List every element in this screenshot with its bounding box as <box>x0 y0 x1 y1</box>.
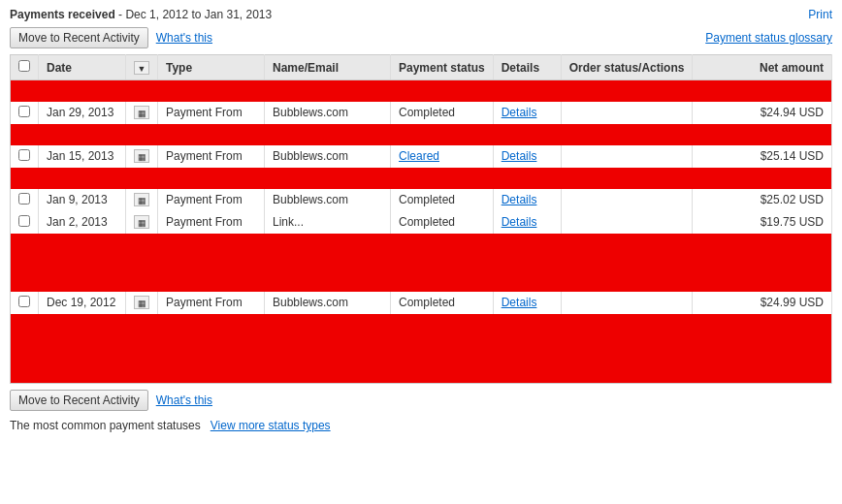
row-checkbox[interactable] <box>18 296 30 307</box>
status-cell: Completed <box>391 292 494 314</box>
date-cell: Jan 9, 2013 <box>39 189 126 211</box>
order-cell <box>561 211 693 234</box>
details-link[interactable]: Details <box>502 149 537 163</box>
table-row <box>11 168 832 189</box>
view-more-status-link[interactable]: View more status types <box>210 419 331 432</box>
date-column-header: Date <box>39 55 126 80</box>
date-range: - Dec 1, 2012 to Jan 31, 2013 <box>118 8 272 21</box>
row-icon[interactable]: ▦ <box>134 215 149 229</box>
row-icon-cell[interactable]: ▦ <box>126 102 158 124</box>
name-cell: Bubblews.com <box>265 102 391 124</box>
status-cell-cleared[interactable]: Cleared <box>391 145 494 168</box>
name-cell: Bubblews.com <box>265 292 391 314</box>
row-checkbox-cell[interactable] <box>11 189 39 211</box>
row-checkbox-cell[interactable] <box>11 102 39 124</box>
row-checkbox-cell[interactable] <box>11 292 39 314</box>
row-checkbox-cell[interactable] <box>11 145 39 168</box>
row-checkbox[interactable] <box>18 149 30 161</box>
table-row <box>11 234 832 292</box>
details-cell[interactable]: Details <box>493 102 561 124</box>
row-icon-cell[interactable]: ▦ <box>126 189 158 211</box>
bottom-move-to-recent-button[interactable]: Move to Recent Activity <box>10 390 148 411</box>
print-link[interactable]: Print <box>808 8 832 21</box>
amount-cell: $24.99 USD <box>693 292 832 314</box>
top-toolbar: Move to Recent Activity What's this Paym… <box>10 27 832 48</box>
date-cell: Jan 15, 2013 <box>39 145 126 168</box>
row-icon[interactable]: ▦ <box>134 106 149 119</box>
table-row: Jan 29, 2013 ▦ Payment From Bubblews.com… <box>11 102 832 124</box>
row-icon[interactable]: ▦ <box>134 193 149 206</box>
details-cell[interactable]: Details <box>493 189 561 211</box>
type-cell: Payment From <box>158 189 265 211</box>
name-cell: Link... <box>265 211 391 234</box>
red-bar <box>11 234 832 292</box>
table-row: Jan 2, 2013 ▦ Payment From Link... Compl… <box>11 211 832 234</box>
footer: The most common payment statuses View mo… <box>10 419 832 432</box>
details-link[interactable]: Details <box>502 193 537 206</box>
row-checkbox[interactable] <box>18 193 30 205</box>
bottom-toolbar: Move to Recent Activity What's this <box>10 390 832 411</box>
type-cell: Payment From <box>158 292 265 314</box>
toolbar-left: Move to Recent Activity What's this <box>10 27 212 48</box>
details-link[interactable]: Details <box>502 106 537 119</box>
name-cell: Bubblews.com <box>265 189 391 211</box>
row-icon-cell[interactable]: ▦ <box>126 211 158 234</box>
footer-text: The most common payment statuses <box>10 419 201 432</box>
move-to-recent-button[interactable]: Move to Recent Activity <box>10 27 148 48</box>
details-cell[interactable]: Details <box>493 211 561 234</box>
bottom-whats-this-link[interactable]: What's this <box>156 394 212 407</box>
select-all-header[interactable] <box>11 55 39 80</box>
select-all-checkbox[interactable] <box>18 60 30 72</box>
red-bar <box>11 314 832 384</box>
date-cell: Dec 19, 2012 <box>39 292 126 314</box>
page-title: Payments received - Dec 1, 2012 to Jan 3… <box>10 8 272 21</box>
amount-cell: $25.02 USD <box>693 189 832 211</box>
table-row <box>11 314 832 384</box>
details-link[interactable]: Details <box>502 215 537 229</box>
filter-icon[interactable]: ▼ <box>134 61 149 75</box>
row-checkbox[interactable] <box>18 215 30 227</box>
table-row <box>11 124 832 145</box>
details-link[interactable]: Details <box>502 296 537 309</box>
red-bar <box>11 168 832 189</box>
amount-cell: $24.94 USD <box>693 102 832 124</box>
date-cell: Jan 2, 2013 <box>39 211 126 234</box>
amount-cell: $25.14 USD <box>693 145 832 168</box>
page-header: Payments received - Dec 1, 2012 to Jan 3… <box>10 8 832 21</box>
table-row: Dec 19, 2012 ▦ Payment From Bubblews.com… <box>11 292 832 314</box>
type-cell: Payment From <box>158 102 265 124</box>
type-column-header: Type <box>158 55 265 80</box>
amount-cell: $19.75 USD <box>693 211 832 234</box>
row-icon-cell[interactable]: ▦ <box>126 292 158 314</box>
status-column-header: Payment status <box>391 55 494 80</box>
bottom-toolbar-left: Move to Recent Activity What's this <box>10 390 212 411</box>
table-row <box>11 80 832 102</box>
red-bar <box>11 80 832 102</box>
table-row: Jan 15, 2013 ▦ Payment From Bubblews.com… <box>11 145 832 168</box>
status-cell: Completed <box>391 102 494 124</box>
amount-column-header: Net amount <box>693 55 832 80</box>
row-icon[interactable]: ▦ <box>134 296 149 309</box>
details-cell[interactable]: Details <box>493 145 561 168</box>
name-column-header: Name/Email <box>265 55 391 80</box>
row-checkbox-cell[interactable] <box>11 211 39 234</box>
row-icon-cell[interactable]: ▦ <box>126 145 158 168</box>
details-column-header: Details <box>493 55 561 80</box>
details-cell[interactable]: Details <box>493 292 561 314</box>
name-cell: Bubblews.com <box>265 145 391 168</box>
order-column-header: Order status/Actions <box>561 55 693 80</box>
table-header-row: Date ▼ Type Name/Email Payment status De… <box>11 55 832 80</box>
whats-this-link[interactable]: What's this <box>156 31 212 45</box>
type-cell: Payment From <box>158 211 265 234</box>
red-bar <box>11 124 832 145</box>
table-row: Jan 9, 2013 ▦ Payment From Bubblews.com … <box>11 189 832 211</box>
cleared-link[interactable]: Cleared <box>399 149 439 163</box>
row-icon[interactable]: ▦ <box>134 149 149 163</box>
filter-column-header[interactable]: ▼ <box>126 55 158 80</box>
date-cell: Jan 29, 2013 <box>39 102 126 124</box>
status-cell: Completed <box>391 211 494 234</box>
order-cell <box>561 189 693 211</box>
payments-table: Date ▼ Type Name/Email Payment status De… <box>10 54 832 384</box>
payment-status-glossary-link[interactable]: Payment status glossary <box>705 31 832 45</box>
row-checkbox[interactable] <box>18 106 30 117</box>
